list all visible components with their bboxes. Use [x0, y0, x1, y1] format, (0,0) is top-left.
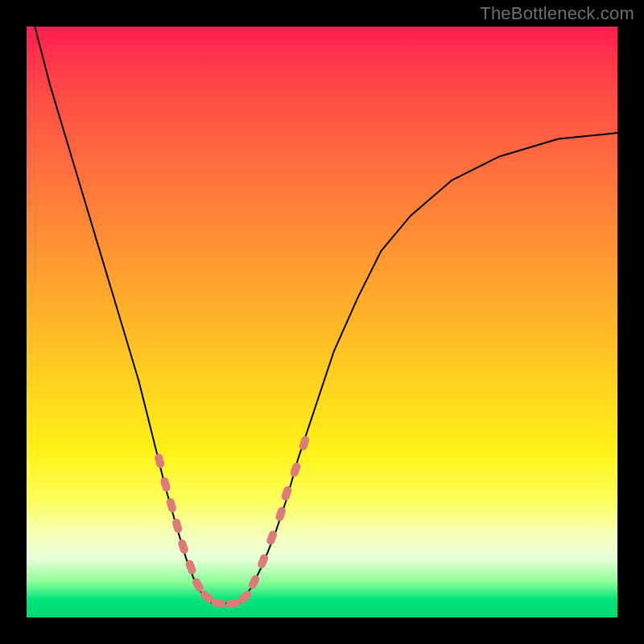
- curve-marker: [154, 453, 165, 469]
- curve-marker: [247, 574, 261, 591]
- curve-marker: [298, 435, 310, 451]
- curve-marker: [177, 539, 189, 555]
- chart-frame: TheBottleneck.com: [0, 0, 644, 644]
- curve-marker: [280, 485, 292, 502]
- curve-marker: [166, 497, 178, 514]
- curve-marker: [289, 461, 301, 477]
- curve-marker: [191, 576, 204, 593]
- curve-line: [35, 27, 617, 603]
- curve-marker: [184, 559, 197, 575]
- watermark-text: TheBottleneck.com: [480, 3, 634, 24]
- chart-svg: [27, 27, 617, 617]
- curve-marker: [211, 597, 227, 609]
- curve-marker: [275, 506, 287, 522]
- curve-marker: [257, 553, 270, 569]
- curve-marker: [159, 477, 171, 493]
- marker-group: [154, 435, 310, 609]
- chart-plot-area: [27, 27, 617, 617]
- curve-marker: [171, 518, 184, 534]
